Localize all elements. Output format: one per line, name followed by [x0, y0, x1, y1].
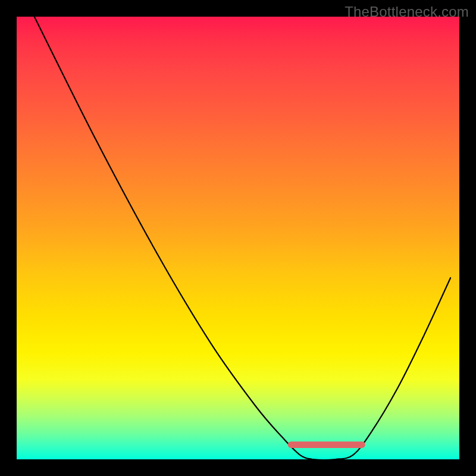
bottleneck-curve	[35, 17, 450, 459]
curve-svg	[17, 17, 459, 459]
attribution-text: TheBottleneck.com	[345, 4, 469, 20]
plot-area	[17, 17, 459, 459]
chart-container: TheBottleneck.com	[0, 0, 476, 476]
